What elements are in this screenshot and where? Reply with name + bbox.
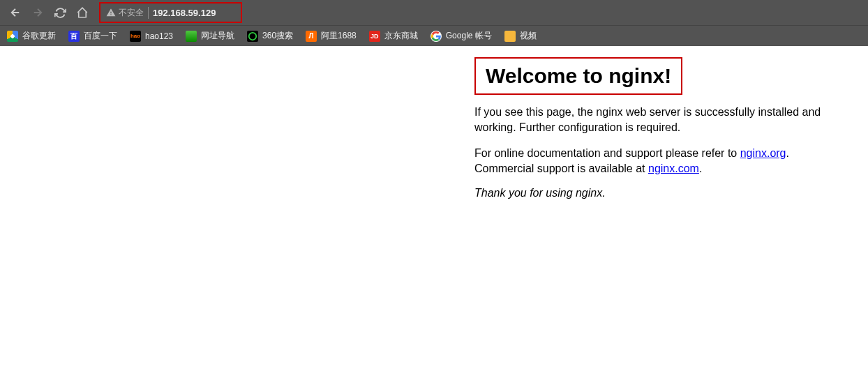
bookmark-label: 视频	[520, 30, 537, 42]
support-text-2: .	[699, 162, 702, 174]
bookmark-baidu[interactable]: 百 百度一下	[68, 30, 117, 42]
docs-text-2: .	[786, 147, 789, 159]
jd-icon: JD	[369, 31, 380, 42]
support-text-1: Commercial support is available at	[474, 162, 648, 174]
back-button[interactable]	[6, 3, 25, 22]
bookmark-wzdh[interactable]: 网址导航	[186, 30, 234, 42]
security-status[interactable]: 不安全	[106, 7, 149, 19]
bookmark-google-update[interactable]: 谷歌更新	[7, 30, 56, 42]
bookmark-label: 谷歌更新	[22, 30, 56, 42]
docs-para: For online documentation and support ple…	[474, 146, 844, 176]
install-message: If you see this page, the nginx web serv…	[474, 105, 844, 135]
bookmark-label: 网址导航	[201, 30, 234, 42]
chrome-icon	[7, 31, 18, 42]
address-bar[interactable]: 不安全 192.168.59.129	[99, 2, 242, 23]
bookmark-360[interactable]: 360搜索	[247, 30, 293, 42]
page-title: Welcome to nginx!	[486, 64, 671, 88]
bookmark-label: hao123	[145, 31, 173, 41]
bookmark-label: 阿里1688	[321, 30, 357, 42]
nginx-com-link[interactable]: nginx.com	[648, 162, 699, 174]
bookmark-label: 京东商城	[384, 30, 418, 42]
thanks-message: Thank you for using nginx.	[474, 187, 844, 199]
reload-button[interactable]	[50, 3, 70, 22]
bookmark-label: 百度一下	[84, 30, 117, 42]
baidu-icon: 百	[68, 31, 80, 42]
svg-point-0	[249, 32, 257, 40]
forward-button[interactable]	[28, 3, 47, 22]
folder-icon	[504, 31, 516, 42]
nginx-org-link[interactable]: nginx.org	[740, 147, 786, 159]
google-icon	[431, 31, 442, 42]
bookmark-google-account[interactable]: Google 帐号	[431, 30, 492, 42]
nav-icon	[186, 31, 197, 42]
home-button[interactable]	[73, 3, 92, 22]
warning-icon	[106, 8, 116, 17]
browser-toolbar: 不安全 192.168.59.129	[0, 0, 868, 25]
bookmark-hao123[interactable]: hao hao123	[130, 31, 173, 42]
security-label: 不安全	[119, 7, 144, 19]
nginx-title-highlight: Welcome to nginx!	[474, 57, 682, 95]
url-text: 192.168.59.129	[153, 8, 216, 18]
docs-text-1: For online documentation and support ple…	[474, 147, 740, 159]
page-content: Welcome to nginx! If you see this page, …	[0, 57, 868, 199]
alibaba-icon: Л	[306, 31, 317, 42]
bookmark-label: Google 帐号	[446, 30, 492, 42]
so360-icon	[247, 31, 258, 42]
bookmark-video-folder[interactable]: 视频	[504, 30, 537, 42]
bookmark-label: 360搜索	[262, 30, 293, 42]
nginx-container: Welcome to nginx! If you see this page, …	[474, 57, 844, 199]
bookmarks-bar: 谷歌更新 百 百度一下 hao hao123 网址导航 360搜索 Л 阿里16…	[0, 25, 868, 46]
hao123-icon: hao	[130, 31, 141, 42]
bookmark-jd[interactable]: JD 京东商城	[369, 30, 418, 42]
bookmark-alibaba[interactable]: Л 阿里1688	[306, 30, 357, 42]
